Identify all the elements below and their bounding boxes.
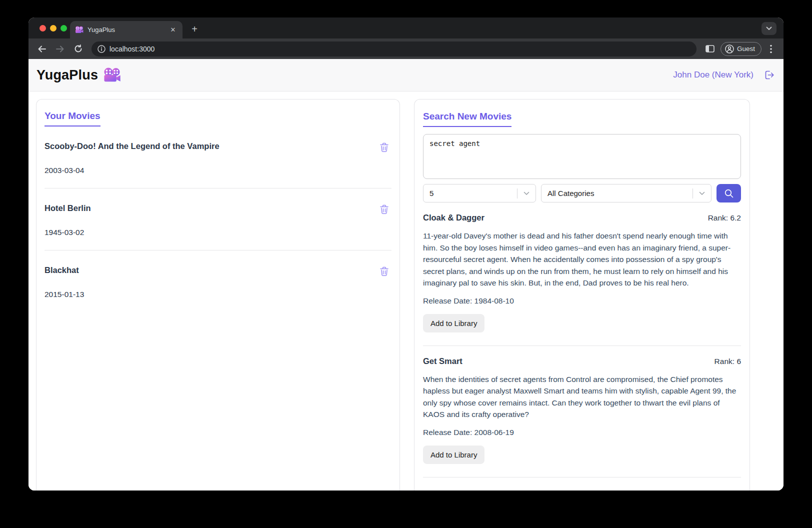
search-input[interactable]: secret agent (423, 134, 741, 179)
side-panel-button[interactable] (702, 42, 718, 56)
library-panel: Your Movies Scooby-Doo! And the Legend o… (36, 99, 400, 490)
divider (423, 346, 741, 346)
search-button[interactable] (716, 184, 741, 202)
result-description: 11-year-old Davey's mother is dead and h… (423, 230, 741, 289)
app-page: YugaPlus John Doe (New York) Your Movies (28, 59, 784, 490)
movie-title: Blackhat (44, 266, 79, 275)
side-panel-icon (706, 45, 714, 52)
movie-title: Scooby-Doo! And the Legend of the Vampir… (44, 142, 220, 151)
library-heading: Your Movies (44, 110, 100, 126)
new-tab-button[interactable]: + (188, 22, 202, 36)
forward-button[interactable] (52, 42, 68, 56)
maximize-window-button[interactable] (60, 25, 67, 32)
browser-toolbar: localhost:3000 Guest (28, 38, 784, 59)
category-select[interactable]: All Categories (541, 184, 712, 202)
tab-title: YugaPlus (88, 26, 164, 34)
chevron-down-icon (766, 26, 772, 30)
movie-release-date: 1945-03-02 (44, 228, 392, 237)
forward-arrow-icon (56, 45, 64, 53)
reload-icon (74, 44, 82, 53)
favicon-movie-camera-icon (75, 26, 84, 34)
back-button[interactable] (34, 42, 50, 56)
browser-menu-button[interactable] (764, 42, 778, 56)
back-arrow-icon (38, 45, 46, 53)
divider (44, 250, 392, 250)
result-rank: Rank: 6.2 (708, 214, 741, 222)
movie-camera-logo-icon (103, 68, 121, 82)
result-release-date: Release Date: 1984-08-10 (423, 296, 741, 306)
delete-movie-button[interactable] (378, 266, 390, 276)
search-result: Cloak & Dagger Rank: 6.2 11-year-old Dav… (423, 213, 741, 346)
url-text: localhost:3000 (110, 45, 154, 53)
movie-release-date: 2003-03-04 (44, 166, 392, 175)
kebab-menu-icon (770, 44, 772, 54)
address-bar[interactable]: localhost:3000 (92, 42, 696, 56)
divider (423, 477, 741, 478)
trash-icon (380, 266, 389, 276)
app-header: YugaPlus John Doe (New York) (28, 59, 784, 92)
add-to-library-button[interactable]: Add to Library (423, 314, 484, 332)
user-name: John Doe (New York) (673, 70, 754, 80)
browser-tab-yugaplus[interactable]: YugaPlus ✕ (70, 21, 182, 38)
result-release-date: Release Date: 2008-06-19 (423, 428, 741, 437)
delete-movie-button[interactable] (378, 142, 390, 152)
add-to-library-button[interactable]: Add to Library (423, 446, 484, 464)
result-description: When the identities of secret agents fro… (423, 374, 741, 420)
header-right: John Doe (New York) (673, 68, 776, 82)
reload-button[interactable] (70, 42, 86, 56)
tab-search-button[interactable] (762, 22, 776, 35)
tab-close-icon[interactable]: ✕ (168, 26, 178, 34)
tab-strip: YugaPlus ✕ + (28, 18, 784, 38)
search-result: Get Smart Rank: 6 When the identities of… (423, 356, 741, 478)
search-icon (724, 188, 734, 198)
chevron-down-icon (699, 192, 705, 196)
close-window-button[interactable] (40, 25, 46, 32)
divider (44, 188, 392, 188)
traffic-lights (40, 25, 67, 32)
movie-release-date: 2015-01-13 (44, 290, 392, 299)
library-item: Blackhat 2015-01-13 (44, 266, 392, 299)
result-rank: Rank: 6 (714, 357, 741, 366)
browser-window: YugaPlus ✕ + (28, 18, 784, 490)
profile-guest-button[interactable]: Guest (720, 42, 762, 56)
result-limit-select[interactable]: 5 (423, 184, 536, 202)
guest-avatar-icon (725, 44, 734, 54)
search-controls: 5 All Categories (423, 184, 741, 202)
logout-icon (763, 69, 775, 81)
chevron-down-icon (524, 192, 530, 196)
library-item: Hotel Berlin 1945-03-02 (44, 204, 392, 250)
logout-button[interactable] (762, 68, 776, 82)
trash-icon (380, 142, 389, 152)
minimize-window-button[interactable] (50, 25, 56, 32)
search-panel: Search New Movies secret agent 5 All C (414, 99, 750, 490)
delete-movie-button[interactable] (378, 204, 390, 214)
guest-label: Guest (737, 45, 755, 52)
trash-icon (380, 204, 389, 214)
site-info-icon[interactable] (98, 45, 106, 53)
result-title: Cloak & Dagger (423, 213, 484, 222)
movie-title: Hotel Berlin (44, 204, 91, 213)
library-item: Scooby-Doo! And the Legend of the Vampir… (44, 142, 392, 188)
category-value: All Categories (542, 189, 692, 198)
result-limit-value: 5 (424, 189, 517, 198)
brand: YugaPlus (36, 68, 121, 83)
app-title: YugaPlus (36, 68, 98, 83)
main-content: Your Movies Scooby-Doo! And the Legend o… (28, 92, 784, 490)
result-title: Get Smart (423, 356, 462, 366)
search-heading: Search New Movies (423, 111, 512, 127)
